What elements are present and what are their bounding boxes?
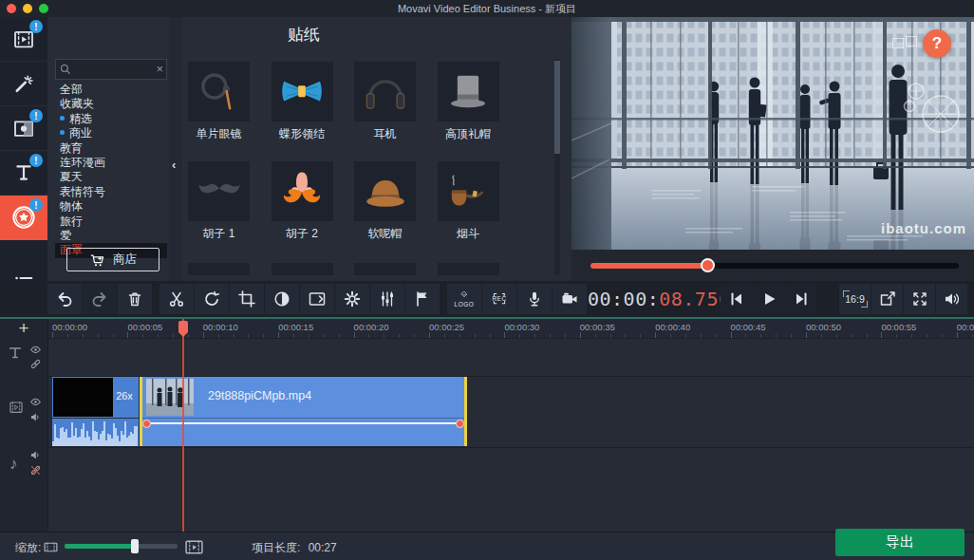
seekbar-handle[interactable] <box>701 258 715 272</box>
scrollbar-thumb[interactable] <box>554 61 560 154</box>
sticker-grid-scrollbar <box>554 59 560 275</box>
category-item-1[interactable]: 全部 <box>55 83 167 97</box>
gear-button[interactable] <box>335 284 369 314</box>
redo-button[interactable] <box>83 284 117 314</box>
store-button[interactable]: 商店 <box>66 248 159 271</box>
rec-button[interactable]: REC <box>482 284 516 314</box>
category-item-7[interactable]: 夏天 <box>55 170 167 184</box>
category-item-10[interactable]: 旅行 <box>55 215 167 229</box>
fullscreen-button[interactable] <box>904 284 935 314</box>
redo-icon <box>90 289 109 308</box>
search-input[interactable] <box>72 63 156 76</box>
collapse-panel-button[interactable]: ‹ <box>169 17 182 281</box>
clear-search-icon[interactable]: × <box>156 61 163 78</box>
ruler-time-label: 00:00:25 <box>429 322 464 332</box>
sticker-tile[interactable] <box>438 62 499 121</box>
ruler-tick <box>791 334 792 338</box>
ruler-tick <box>640 334 641 338</box>
category-item-2[interactable]: 收藏夹 <box>55 97 167 111</box>
timeline-zoom-slider[interactable] <box>65 544 178 549</box>
timecode-main: 00:00: <box>588 288 659 310</box>
audio-waveform <box>52 419 139 446</box>
flag-button[interactable] <box>405 284 440 314</box>
aspect-ratio-icon: 16:9 <box>843 290 868 308</box>
rotate-button[interactable] <box>195 284 229 314</box>
playhead-marker[interactable] <box>178 321 188 332</box>
zoom-out-icon[interactable] <box>43 539 59 555</box>
slide-button[interactable] <box>300 284 334 314</box>
add-track-button[interactable]: + <box>11 319 36 338</box>
sticker-tile[interactable] <box>354 62 416 121</box>
sticker-tile[interactable] <box>272 161 333 221</box>
sidebar-item-stickers[interactable]: ! <box>0 196 47 240</box>
zoom-slider-handle[interactable] <box>131 539 139 553</box>
title-track-link-icon[interactable] <box>29 358 42 370</box>
category-item-5[interactable]: 教育 <box>55 141 167 156</box>
category-item-6[interactable]: 连环漫画 <box>55 156 167 170</box>
envelope-point[interactable] <box>142 420 151 428</box>
mic-button[interactable] <box>517 284 552 314</box>
sticker-tile[interactable] <box>188 161 250 221</box>
sticker-tile[interactable] <box>438 161 499 221</box>
next-frame-button[interactable] <box>785 284 816 314</box>
help-button[interactable]: ? <box>923 29 951 58</box>
ruler-tick <box>745 334 746 338</box>
ruler-time-label: 00:00:00 <box>52 322 87 332</box>
sticker-tile[interactable] <box>272 263 333 275</box>
sticker-tile[interactable] <box>188 62 250 121</box>
volume-button[interactable] <box>936 284 967 314</box>
category-item-3[interactable]: 精选 <box>55 112 167 126</box>
store-button-label: 商店 <box>113 252 137 268</box>
category-item-4[interactable]: 商业 <box>55 126 167 140</box>
play-button[interactable] <box>753 284 784 314</box>
flag-icon <box>413 289 432 308</box>
trash-button[interactable] <box>118 284 152 314</box>
fullscreen-icon <box>910 289 929 308</box>
eq-button[interactable] <box>370 284 404 314</box>
sticker-tile[interactable] <box>354 161 416 221</box>
undo-button[interactable] <box>47 284 82 314</box>
contrast-icon <box>272 289 291 308</box>
aspect-ratio-button[interactable]: 16:9 <box>839 284 871 314</box>
sticker-tile[interactable] <box>354 263 416 275</box>
sticker-tile[interactable] <box>188 263 250 275</box>
ruler-tick <box>896 334 897 338</box>
category-item-9[interactable]: 物体 <box>55 199 167 214</box>
sidebar-item-transitions[interactable]: ! <box>0 106 47 151</box>
video-track-audio-icon[interactable] <box>29 411 42 423</box>
trash-icon <box>125 289 144 308</box>
sticker-tile[interactable] <box>438 263 499 275</box>
sticker-tile[interactable] <box>272 62 333 121</box>
sidebar-item-titles[interactable]: ! <box>0 151 47 196</box>
audio-track-volume-icon[interactable] <box>29 449 42 461</box>
sidebar-item-filters[interactable] <box>0 62 47 106</box>
ruler-tick <box>234 334 234 338</box>
title-track-visibility-icon[interactable] <box>29 344 42 356</box>
scissors-icon <box>167 289 186 308</box>
audio-clip-waveform[interactable] <box>52 419 139 446</box>
volume-envelope-line[interactable] <box>144 422 462 424</box>
sidebar-item-media[interactable]: ! <box>0 17 47 62</box>
ruler-tick <box>67 334 68 338</box>
playhead-line[interactable] <box>182 319 184 532</box>
selected-video-clip[interactable]: 29t888piCMpb.mp4 <box>140 377 467 446</box>
zoom-slider-fill <box>65 544 135 549</box>
logo-button[interactable]: LOGO <box>447 284 481 314</box>
video-track-visibility-icon[interactable] <box>29 396 42 408</box>
video-clip-sped-up[interactable]: 26x <box>52 377 139 418</box>
camera-button[interactable] <box>553 284 587 314</box>
audio-track-unlink-icon[interactable] <box>29 464 42 476</box>
scissors-button[interactable] <box>159 284 194 314</box>
sticker-label: 高顶礼帽 <box>428 126 509 142</box>
crop-button[interactable] <box>230 284 264 314</box>
fit-timeline-icon[interactable] <box>184 537 204 557</box>
preview-seekbar[interactable] <box>590 263 959 269</box>
export-button[interactable]: 导出 <box>835 529 965 556</box>
ruler-tick <box>867 334 868 338</box>
category-item-8[interactable]: 表情符号 <box>55 185 167 199</box>
envelope-point[interactable] <box>456 420 464 428</box>
contrast-button[interactable] <box>265 284 299 314</box>
category-item-11[interactable]: 爱 <box>55 229 167 243</box>
detach-preview-button[interactable] <box>871 284 903 314</box>
previous-frame-button[interactable] <box>721 284 752 314</box>
